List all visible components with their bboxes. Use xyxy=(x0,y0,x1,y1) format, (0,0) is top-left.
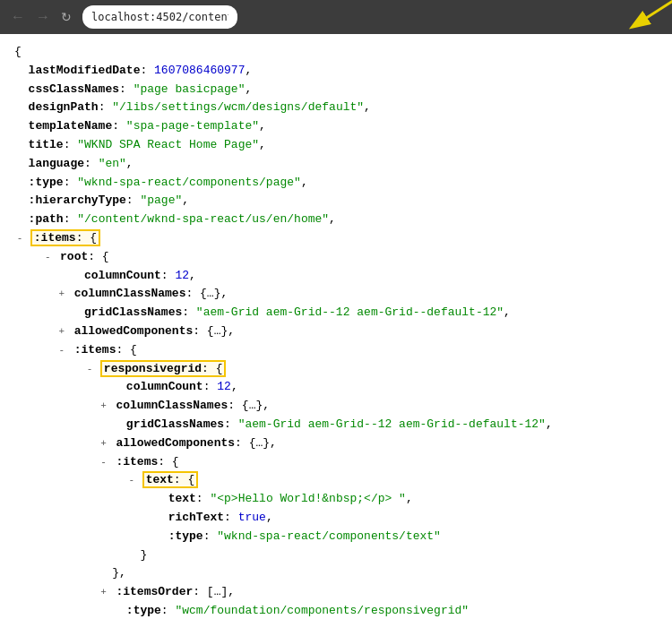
collapse-columnClassNames-2[interactable]: + xyxy=(99,399,109,415)
key-items-2: :items xyxy=(74,343,116,357)
val-lastModifiedDate: 1607086460977 xyxy=(154,64,245,77)
key-allowedComponents-1: allowedComponents xyxy=(74,324,194,338)
val-type-text: "wknd-spa-react/components/text" xyxy=(217,529,441,543)
key-type-text: :type xyxy=(168,529,203,543)
browser-window: ← → ↻ { lastModifiedDate: 160708 xyxy=(0,0,672,619)
key-items-root: :items xyxy=(34,231,76,245)
val-title: "WKND SPA React Home Page" xyxy=(77,138,259,151)
key-itemsOrder-inner: :itemsOrder xyxy=(116,585,193,598)
val-designPath: "/libs/settings/wcm/designs/default" xyxy=(112,100,364,114)
collapse-items-3[interactable]: - xyxy=(99,455,109,471)
key-responsivegrid: responsivegrid xyxy=(104,362,202,375)
nav-buttons: ← → ↻ xyxy=(7,8,75,26)
val-path: "/content/wknd-spa-react/us/en/home" xyxy=(77,212,329,226)
collapse-root[interactable]: - xyxy=(42,250,53,266)
key-hierarchyType: :hierarchyType xyxy=(29,193,126,207)
val-columnCount-2: 12 xyxy=(217,380,231,393)
val-type: "wknd-spa-react/components/page" xyxy=(77,176,301,189)
back-button[interactable]: ← xyxy=(7,8,29,26)
key-type-responsivegrid: :type xyxy=(126,604,161,617)
val-columnCount-1: 12 xyxy=(175,269,189,282)
refresh-button[interactable]: ↻ xyxy=(57,8,75,26)
key-templateName: templateName xyxy=(29,119,113,133)
val-templateName: "spa-page-template" xyxy=(126,119,259,133)
val-gridClassNames-2: "aem-Grid aem-Grid--12 aem-Grid--default… xyxy=(238,417,546,431)
key-items-3: :items xyxy=(116,455,158,469)
val-gridClassNames-1: "aem-Grid aem-Grid--12 aem-Grid--default… xyxy=(196,305,504,319)
json-content: { lastModifiedDate: 1607086460977, cssCl… xyxy=(0,34,672,619)
key-title: title xyxy=(29,138,64,151)
key-designPath: designPath xyxy=(29,100,99,114)
key-text: text xyxy=(146,473,174,486)
collapse-items-2[interactable]: - xyxy=(56,343,67,359)
collapse-itemsOrder-inner[interactable]: + xyxy=(99,585,109,601)
key-text-text: text xyxy=(168,492,196,505)
browser-chrome: ← → ↻ xyxy=(0,0,672,34)
collapse-responsivegrid[interactable]: - xyxy=(84,362,95,378)
key-cssClassNames: cssClassNames xyxy=(29,82,119,96)
collapse-allowedComponents-1[interactable]: + xyxy=(56,324,67,340)
forward-button[interactable]: → xyxy=(32,8,54,26)
val-language: "en" xyxy=(99,157,126,170)
key-language: language xyxy=(29,157,84,170)
val-text-text: "<p>Hello World!&nbsp;</p> " xyxy=(210,492,405,505)
key-richText: richText xyxy=(168,511,224,524)
key-columnClassNames-1: columnClassNames xyxy=(74,287,186,300)
key-lastModifiedDate: lastModifiedDate xyxy=(29,64,141,77)
key-gridClassNames-2: gridClassNames xyxy=(126,417,224,431)
key-allowedComponents-2: allowedComponents xyxy=(116,436,235,450)
val-type-responsivegrid: "wcm/foundation/components/responsivegri… xyxy=(175,604,469,617)
collapse-text[interactable]: - xyxy=(126,473,137,489)
key-type: :type xyxy=(29,176,64,189)
key-columnClassNames-2: columnClassNames xyxy=(116,399,228,412)
key-root: root xyxy=(60,250,88,263)
svg-line-1 xyxy=(638,0,672,23)
val-hierarchyType: "page" xyxy=(140,193,182,207)
val-cssClassNames: "page basicpage" xyxy=(134,82,246,96)
collapse-columnClassNames-1[interactable]: + xyxy=(56,287,67,303)
collapse-items[interactable]: - xyxy=(14,231,25,247)
arrow-annotation xyxy=(620,0,672,35)
key-columnCount-2: columnCount xyxy=(126,380,203,393)
key-gridClassNames-1: gridClassNames xyxy=(84,305,182,319)
key-path: :path xyxy=(29,212,64,226)
collapse-allowedComponents-2[interactable]: + xyxy=(99,436,109,452)
val-richText: true xyxy=(238,511,266,524)
key-columnCount-1: columnCount xyxy=(84,269,161,282)
address-bar[interactable] xyxy=(82,5,237,29)
